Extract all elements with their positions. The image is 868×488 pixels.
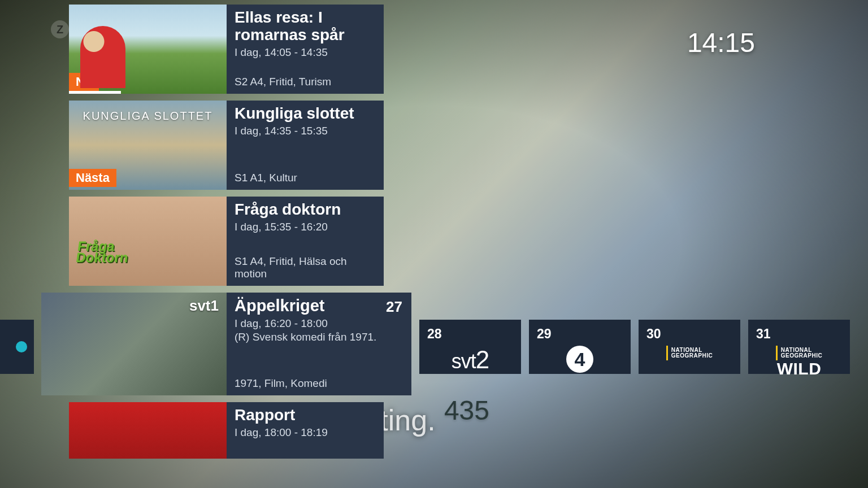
program-title: Ellas resa: I romarnas spår: [235, 9, 375, 44]
channel-item[interactable]: 30 NATIONALGEOGRAPHIC: [639, 320, 740, 374]
channel-logo-tv4: 4: [529, 346, 631, 373]
program-time: I dag, 14:35 - 15:35: [235, 125, 375, 137]
channel-logo-overlay: svt1: [189, 297, 219, 315]
channel-logo-natgeo: NATIONALGEOGRAPHIC: [639, 346, 740, 360]
channel-bar: 28 svt2 29 4 30 NATIONALGEOGRAPHIC 31 NA…: [0, 320, 868, 374]
program-info: Fråga doktorn I dag, 15:35 - 16:20 S1 A4…: [227, 197, 384, 286]
program-info: Ellas resa: I romarnas spår I dag, 14:05…: [227, 5, 384, 94]
channel-number: 29: [537, 326, 552, 342]
program-info: Kungliga slottet I dag, 14:35 - 15:35 S1…: [227, 101, 384, 190]
program-thumbnail: [69, 402, 227, 459]
scene-house-number: 435: [444, 395, 489, 426]
thumb-text: KUNGLIGA SLOTTET: [69, 110, 227, 123]
channel-item[interactable]: 31 NATIONALGEOGRAPHICWILD: [748, 320, 850, 374]
program-info: Rapport I dag, 18:00 - 18:19: [227, 402, 384, 459]
provider-logo: Z: [51, 20, 69, 38]
program-list: Nu Ellas resa: I romarnas spår I dag, 14…: [69, 5, 384, 459]
channel-number: 28: [427, 326, 442, 342]
program-time: I dag, 15:35 - 16:20: [235, 221, 375, 233]
program-item[interactable]: KUNGLIGA SLOTTET Nästa Kungliga slottet …: [69, 101, 384, 190]
clock: 14:15: [687, 27, 755, 58]
channel-logo-natgeo-wild: NATIONALGEOGRAPHICWILD: [748, 346, 850, 377]
program-item[interactable]: FrågaDoktorn Fråga doktorn I dag, 15:35 …: [69, 197, 384, 286]
progress-bar: [69, 91, 121, 94]
program-time: I dag, 14:05 - 14:35: [235, 46, 375, 59]
program-tags: S1 A1, Kultur: [235, 172, 375, 184]
channel-number: 30: [646, 326, 661, 342]
program-title: Äppelkriget: [235, 297, 402, 315]
program-tags: S2 A4, Fritid, Turism: [235, 76, 375, 88]
program-thumbnail: Nu: [69, 5, 227, 94]
now-badge: Nu: [69, 73, 99, 91]
thumb-text: FrågaDoktorn: [75, 241, 131, 264]
program-item[interactable]: Rapport I dag, 18:00 - 18:19: [69, 402, 384, 459]
channel-item[interactable]: 28 svt2: [419, 320, 521, 374]
channel-number: 31: [756, 326, 771, 342]
program-item[interactable]: Nu Ellas resa: I romarnas spår I dag, 14…: [69, 5, 384, 94]
channel-logo-svt2: svt2: [419, 346, 521, 374]
channel-number: 27: [386, 298, 402, 316]
program-tags: 1971, Film, Komedi: [235, 377, 402, 390]
program-title: Kungliga slottet: [235, 105, 375, 123]
prev-channel-icon: [16, 341, 27, 352]
program-time: I dag, 18:00 - 18:19: [235, 426, 375, 439]
program-thumbnail: KUNGLIGA SLOTTET Nästa: [69, 101, 227, 190]
next-badge: Nästa: [69, 169, 116, 187]
program-tags: S1 A4, Fritid, Hälsa och motion: [235, 255, 375, 280]
program-thumbnail: FrågaDoktorn: [69, 197, 227, 286]
channel-item[interactable]: 29 4: [529, 320, 631, 374]
program-title: Fråga doktorn: [235, 201, 375, 219]
channel-prev[interactable]: [0, 320, 34, 374]
program-title: Rapport: [235, 407, 375, 424]
